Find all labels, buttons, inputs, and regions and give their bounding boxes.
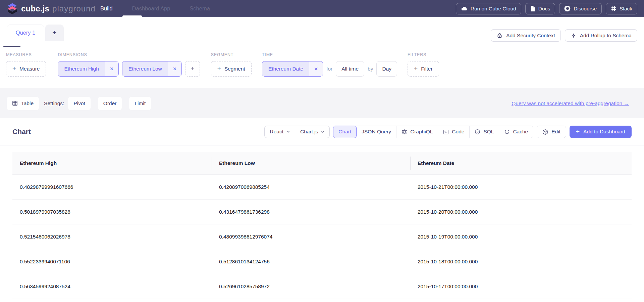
cell-ethereum-low: 0.48099398612976074 bbox=[212, 234, 410, 240]
run-on-cube-cloud-button[interactable]: Run on Cube Cloud bbox=[456, 3, 521, 14]
view-code-label: Code bbox=[452, 129, 464, 135]
add-to-dashboard-button[interactable]: + Add to Dashboard bbox=[570, 126, 632, 138]
nav-actions: Run on Cube Cloud Docs Discourse Slack bbox=[456, 3, 637, 14]
chevron-down-icon bbox=[321, 131, 324, 133]
view-chart-label: Chart bbox=[338, 129, 351, 135]
add-security-context-button[interactable]: Add Security Context bbox=[491, 29, 561, 42]
nav-tabs: Build Dashboard App Schema bbox=[100, 5, 210, 12]
plus-icon: + bbox=[576, 128, 580, 135]
brand: cube.js playground bbox=[7, 2, 96, 15]
add-rollup-to-schema-label: Add Rollup to Schema bbox=[580, 33, 632, 39]
add-measure-button[interactable]: + Measure bbox=[6, 61, 46, 77]
add-filter-button[interactable]: + Filter bbox=[408, 61, 439, 77]
add-security-context-label: Add Security Context bbox=[506, 33, 555, 39]
cell-ethereum-low: 0.4316479861736298 bbox=[212, 209, 410, 215]
framework-select[interactable]: React bbox=[265, 126, 295, 138]
filters-label: FILTERS bbox=[408, 52, 439, 57]
preaggregation-link[interactable]: Query was not accelerated with pre-aggre… bbox=[512, 100, 629, 106]
chart-type-table-button[interactable]: Table bbox=[7, 97, 39, 110]
library-label: Chart.js bbox=[300, 129, 318, 135]
limit-button[interactable]: Limit bbox=[129, 97, 151, 110]
remove-chip-icon[interactable]: ✕ bbox=[168, 61, 181, 76]
add-query-tab-button[interactable]: + bbox=[45, 25, 64, 41]
result-table: Ethereum High Ethereum Low Ethereum Date… bbox=[12, 152, 632, 299]
add-measure-label: Measure bbox=[19, 66, 40, 72]
view-tab-chart[interactable]: Chart bbox=[333, 126, 357, 138]
table-row: 0.5522339940071106 0.5128610134124756 20… bbox=[12, 249, 632, 274]
plus-icon: + bbox=[217, 65, 221, 73]
top-navbar: cube.js playground Build Dashboard App S… bbox=[0, 0, 644, 17]
date-range-button[interactable]: All time bbox=[336, 61, 364, 77]
view-json-query-label: JSON Query bbox=[362, 129, 391, 135]
svg-text:?: ? bbox=[477, 130, 478, 133]
nav-tab-schema[interactable]: Schema bbox=[190, 5, 210, 12]
time-label: TIME bbox=[262, 52, 397, 57]
view-tab-cache[interactable]: Cache bbox=[499, 126, 533, 138]
dimension-chip-ethereum-high[interactable]: Ethereum High ✕ bbox=[58, 61, 118, 77]
library-select[interactable]: Chart.js bbox=[295, 126, 329, 138]
query-tabs-row: Query 1 + Add Security Context Add Rollu… bbox=[0, 17, 644, 47]
view-selector-group: Chart JSON Query GraphiQL Code bbox=[333, 126, 533, 138]
framework-selector-group: React Chart.js bbox=[264, 126, 330, 138]
view-cache-label: Cache bbox=[513, 129, 528, 135]
slack-button[interactable]: Slack bbox=[606, 3, 637, 14]
slack-icon bbox=[611, 6, 616, 11]
lightning-icon bbox=[571, 33, 577, 39]
add-dimension-button[interactable]: + bbox=[185, 61, 200, 77]
add-filter-label: Filter bbox=[421, 66, 432, 72]
filters-section: FILTERS + Filter bbox=[408, 52, 439, 77]
plus-icon: + bbox=[191, 65, 194, 73]
cell-ethereum-high: 0.5634599924087524 bbox=[12, 284, 212, 290]
query-tab-1-label: Query 1 bbox=[16, 30, 36, 36]
time-chip-ethereum-date[interactable]: Ethereum Date ✕ bbox=[262, 61, 323, 77]
remove-chip-icon[interactable]: ✕ bbox=[309, 61, 323, 76]
lock-icon bbox=[496, 32, 503, 39]
add-segment-button[interactable]: + Segment bbox=[211, 61, 252, 77]
nav-tab-dashboard-app[interactable]: Dashboard App bbox=[132, 5, 170, 12]
settings-bar: Table Settings: Pivot Order Limit Query … bbox=[0, 88, 644, 118]
chart-card: Chart React Chart.js Chart JSON Query bbox=[0, 118, 644, 302]
limit-label: Limit bbox=[135, 100, 146, 106]
graphql-icon bbox=[401, 129, 407, 135]
chevron-down-icon bbox=[286, 131, 290, 133]
view-tab-code[interactable]: Code bbox=[438, 126, 470, 138]
view-tab-sql[interactable]: ? SQL bbox=[470, 126, 499, 138]
chart-title: Chart bbox=[12, 128, 31, 136]
plus-icon: + bbox=[414, 65, 418, 73]
add-rollup-to-schema-button[interactable]: Add Rollup to Schema bbox=[565, 29, 637, 42]
docs-button[interactable]: Docs bbox=[525, 3, 555, 14]
edit-button[interactable]: Edit bbox=[537, 126, 566, 138]
settings-label: Settings: bbox=[44, 100, 64, 106]
active-query-tab-indicator bbox=[3, 46, 20, 47]
order-button[interactable]: Order bbox=[98, 97, 122, 110]
table-button-label: Table bbox=[21, 100, 34, 106]
by-text: by bbox=[368, 66, 373, 72]
remove-chip-icon[interactable]: ✕ bbox=[105, 61, 118, 76]
pivot-button[interactable]: Pivot bbox=[68, 97, 90, 110]
cell-ethereum-date: 2015-10-20T00:00:00.000 bbox=[410, 209, 632, 215]
table-grid-icon bbox=[12, 100, 18, 106]
framework-label: React bbox=[270, 129, 283, 135]
query-tab-actions: Add Security Context Add Rollup to Schem… bbox=[491, 29, 637, 42]
table-row: 0.5634599924087524 0.5269610285758972 20… bbox=[12, 274, 632, 299]
query-tab-1[interactable]: Query 1 bbox=[7, 25, 44, 41]
discourse-button[interactable]: Discourse bbox=[559, 3, 602, 14]
dimensions-section: DIMENSIONS Ethereum High ✕ Ethereum Low … bbox=[58, 52, 200, 77]
column-header-ethereum-high: Ethereum High bbox=[12, 152, 212, 174]
granularity-button[interactable]: Day bbox=[376, 61, 397, 77]
chart-controls: React Chart.js Chart JSON Query bbox=[264, 126, 632, 138]
order-label: Order bbox=[103, 100, 117, 106]
question-icon: ? bbox=[475, 129, 480, 135]
view-tab-graphiql[interactable]: GraphiQL bbox=[396, 126, 438, 138]
cubejs-logo-icon bbox=[7, 3, 18, 15]
view-tab-json-query[interactable]: JSON Query bbox=[357, 126, 396, 138]
dimension-chip-ethereum-low[interactable]: Ethereum Low ✕ bbox=[122, 61, 182, 77]
add-to-dashboard-label: Add to Dashboard bbox=[583, 129, 625, 135]
view-sql-label: SQL bbox=[483, 129, 494, 135]
chip-label: Ethereum High bbox=[58, 61, 105, 76]
brand-suffix: playground bbox=[52, 4, 96, 13]
edit-label: Edit bbox=[551, 129, 560, 135]
discourse-label: Discourse bbox=[574, 6, 597, 12]
chip-label: Ethereum Low bbox=[122, 61, 168, 76]
nav-tab-build[interactable]: Build bbox=[100, 5, 113, 12]
